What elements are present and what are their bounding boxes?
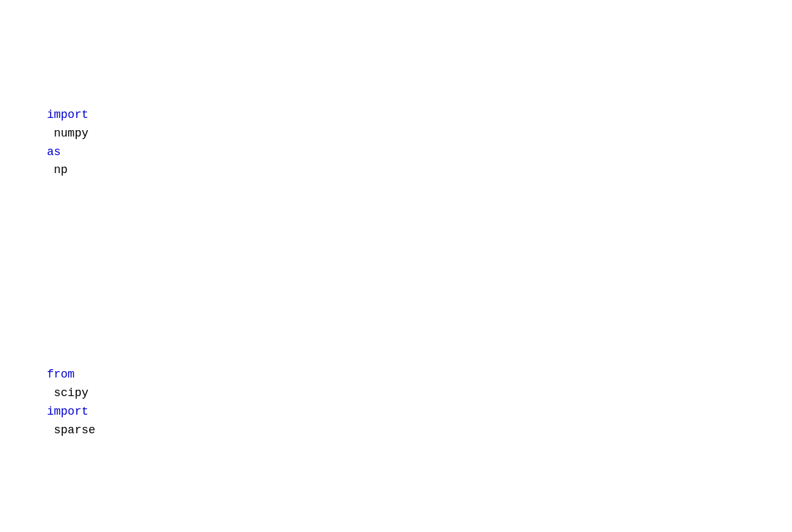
code-line-1: import numpy as np bbox=[19, 87, 773, 199]
keyword-import: import bbox=[47, 405, 88, 418]
keyword-as: as bbox=[47, 145, 61, 158]
code-line-3: from scipy import sparse bbox=[19, 346, 773, 458]
keyword-from: from bbox=[47, 368, 74, 381]
code-editor: import numpy as np from scipy import spa… bbox=[19, 13, 773, 532]
empty-line bbox=[19, 254, 773, 272]
keyword-import: import bbox=[47, 108, 88, 121]
